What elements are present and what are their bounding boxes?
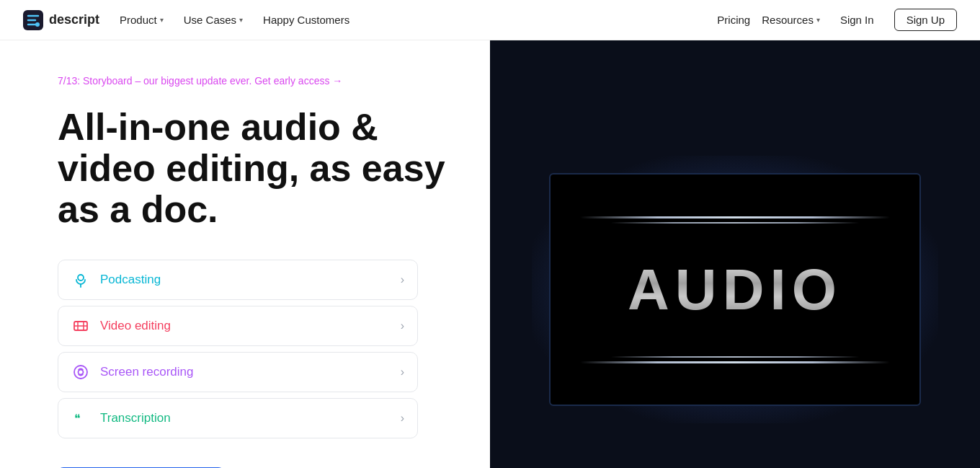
video-container: AUDIO [549, 173, 922, 406]
nav-pricing[interactable]: Pricing [717, 11, 750, 29]
announcement-banner[interactable]: 7/13: Storyboard – our biggest update ev… [58, 75, 455, 87]
svg-point-1 [35, 22, 40, 27]
logo[interactable]: descript [23, 10, 99, 30]
podcasting-icon [71, 270, 90, 289]
nav-happy-customers[interactable]: Happy Customers [263, 11, 349, 29]
nav-resources[interactable]: Resources ▾ [762, 11, 820, 29]
svg-point-8 [74, 366, 87, 379]
right-panel: AUDIO 🔈 Play with sound [490, 40, 980, 468]
use-cases-chevron-icon: ▾ [239, 16, 243, 24]
svg-text:❝: ❝ [74, 412, 81, 425]
resources-chevron-icon: ▾ [816, 16, 820, 24]
transcription-label: Transcription [100, 411, 171, 425]
main-container: 7/13: Storyboard – our biggest update ev… [0, 40, 980, 468]
svg-point-9 [79, 369, 84, 374]
feature-row-video-editing[interactable]: Video editing › [58, 306, 418, 346]
logo-text: descript [49, 12, 99, 27]
screen-recording-chevron-icon: › [401, 366, 404, 379]
left-panel: 7/13: Storyboard – our biggest update ev… [0, 40, 490, 468]
nav-left: descript Product ▾ Use Cases ▾ Happy Cus… [23, 10, 349, 30]
nav-use-cases[interactable]: Use Cases ▾ [184, 11, 243, 29]
navbar: descript Product ▾ Use Cases ▾ Happy Cus… [0, 0, 980, 40]
feature-row-screen-recording[interactable]: Screen recording › [58, 352, 418, 392]
video-area: AUDIO 🔈 Play with sound [490, 40, 980, 468]
video-editing-label: Video editing [100, 319, 171, 333]
sign-up-button[interactable]: Sign Up [894, 9, 957, 31]
video-inner: AUDIO [549, 173, 922, 406]
product-chevron-icon: ▾ [160, 16, 164, 24]
top-lines [580, 216, 891, 224]
svg-point-2 [78, 275, 84, 281]
podcasting-chevron-icon: › [401, 273, 404, 286]
transcription-icon: ❝ [71, 409, 90, 428]
feature-list: Podcasting › Video editing [58, 260, 455, 438]
logo-icon [23, 10, 43, 30]
screen-recording-icon [71, 363, 90, 381]
transcription-chevron-icon: › [401, 412, 404, 425]
video-editing-chevron-icon: › [401, 319, 404, 332]
sign-in-button[interactable]: Sign In [832, 9, 883, 30]
podcasting-label: Podcasting [100, 273, 161, 287]
audio-label: AUDIO [628, 257, 842, 323]
nav-product[interactable]: Product ▾ [120, 11, 164, 29]
screen-recording-label: Screen recording [100, 365, 193, 379]
feature-row-podcasting[interactable]: Podcasting › [58, 260, 418, 300]
hero-headline: All-in-one audio & video editing, as eas… [58, 107, 455, 231]
bottom-lines [580, 356, 891, 363]
nav-right: Pricing Resources ▾ Sign In Sign Up [717, 9, 957, 31]
feature-row-transcription[interactable]: ❝ Transcription › [58, 398, 418, 438]
video-editing-icon [71, 317, 90, 335]
